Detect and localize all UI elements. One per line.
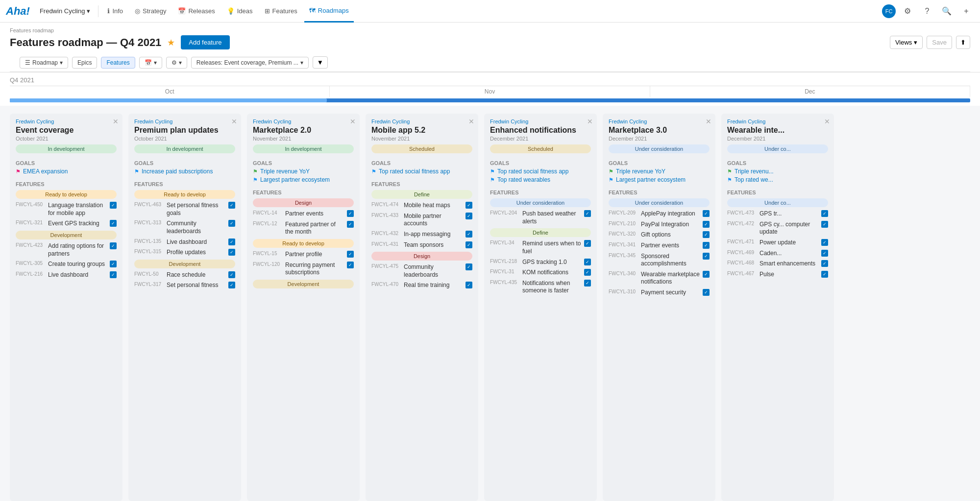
close-icon[interactable]: ✕ [113,118,119,125]
close-icon[interactable]: ✕ [468,118,474,125]
add-feature-button[interactable]: Add feature [181,35,229,49]
feature-name[interactable]: Featured partner of the month [285,221,344,236]
feature-name[interactable]: Smart enhancements [760,260,818,268]
save-button[interactable]: Save [927,36,952,49]
feature-name[interactable]: Profile updates [167,249,225,257]
feature-checkbox[interactable] [110,242,117,249]
feature-checkbox[interactable] [228,249,235,256]
display-settings-button[interactable]: ⚙ ▾ [166,57,187,69]
roadmap-toggle-button[interactable]: ☰ Roadmap ▾ [20,57,68,69]
feature-checkbox[interactable] [466,282,472,288]
feature-name[interactable]: Partner events [641,242,700,250]
feature-name[interactable]: Power update [760,239,818,247]
feature-checkbox[interactable] [466,263,472,270]
add-icon-btn[interactable]: + [958,3,974,19]
close-icon[interactable]: ✕ [587,118,593,125]
feature-checkbox[interactable] [821,250,828,257]
feature-name[interactable]: GPS cy... computer update [760,221,818,236]
feature-name[interactable]: Add rating options for partners [48,242,107,258]
nav-item-ideas[interactable]: 💡 Ideas [222,0,258,23]
feature-checkbox[interactable] [347,210,354,217]
feature-name[interactable]: Gift options [641,231,700,239]
feature-name[interactable]: Mobile partner accounts [404,213,463,228]
feature-checkbox[interactable] [228,271,235,278]
feature-name[interactable]: ApplePay integration [641,210,700,218]
feature-checkbox[interactable] [347,251,354,258]
feature-name[interactable]: Partner profile [285,251,344,259]
feature-name[interactable]: Recurring payment subscriptions [285,262,344,277]
feature-checkbox[interactable] [703,271,710,278]
goal-item[interactable]: ⚑ Largest partner ecosystem [253,176,354,183]
feature-name[interactable]: Team sponsors [404,241,463,249]
feature-checkbox[interactable] [466,213,472,219]
feature-checkbox[interactable] [584,259,591,265]
feature-checkbox[interactable] [703,231,710,238]
goal-item[interactable]: ⚑ Top rated social fitness app [490,168,591,175]
nav-item-strategy[interactable]: ◎ Strategy [130,0,171,23]
nav-item-releases[interactable]: 📅 Releases [173,0,220,23]
feature-checkbox[interactable] [584,240,591,247]
feature-name[interactable]: Remind users when to fuel [522,240,581,255]
feature-name[interactable]: Payment security [641,289,700,297]
feature-name[interactable]: Partner events [285,210,344,218]
feature-checkbox[interactable] [821,210,828,217]
feature-checkbox[interactable] [466,241,472,248]
feature-name[interactable]: Pulse [760,271,818,279]
help-icon-btn[interactable]: ? [919,3,935,19]
workspace-selector[interactable]: Fredwin Cycling ▾ [36,5,94,17]
feature-checkbox[interactable] [821,271,828,278]
feature-checkbox[interactable] [466,231,472,238]
close-icon[interactable]: ✕ [706,118,711,125]
settings-icon-btn[interactable]: ⚙ [900,3,915,19]
feature-checkbox[interactable] [110,261,117,267]
close-icon[interactable]: ✕ [231,118,237,125]
feature-name[interactable]: Set personal fitness [167,282,225,289]
feature-name[interactable]: Sponsored accomplishments [641,253,700,268]
goal-item[interactable]: ⚑ Increase paid subscriptions [134,168,235,175]
feature-name[interactable]: Language translation for mobile app [48,202,107,217]
feature-name[interactable]: Live dashboard [167,239,225,246]
nav-item-features[interactable]: ⊞ Features [260,0,302,23]
feature-name[interactable]: Race schedule [167,271,225,279]
feature-name[interactable]: In-app messaging [404,231,463,239]
search-icon-btn[interactable]: 🔍 [939,3,955,19]
feature-name[interactable]: Live dashboard [48,271,107,279]
feature-name[interactable]: GPS tr... [760,210,818,218]
feature-checkbox[interactable] [228,239,235,245]
feature-checkbox[interactable] [228,202,235,209]
feature-name[interactable]: Event GPS tracking [48,220,107,228]
goal-item[interactable]: ⚑ Triple revenue YoY [609,168,710,175]
feature-checkbox[interactable] [584,280,591,286]
goal-item[interactable]: ⚑ EMEA expansion [16,168,117,175]
feature-name[interactable]: Community leaderboards [404,263,463,279]
nav-item-info[interactable]: ℹ Info [102,0,128,23]
goal-item[interactable]: ⚑ Top rated social fitness app [371,168,472,175]
features-button[interactable]: Features [101,57,135,69]
feature-name[interactable]: Create touring groups [48,261,107,268]
user-avatar[interactable]: FC [882,4,896,18]
releases-filter[interactable]: Releases: Event coverage, Premium ... ▾ [191,57,309,69]
feature-checkbox[interactable] [347,221,354,228]
feature-checkbox[interactable] [703,289,710,296]
feature-name[interactable]: Push based weather alerts [522,210,581,225]
feature-checkbox[interactable] [584,269,591,276]
nav-item-roadmaps[interactable]: 🗺 Roadmaps [304,0,354,23]
views-button[interactable]: Views ▾ [890,36,923,49]
goal-item[interactable]: ⚑ Triple revenu... [727,168,828,175]
feature-checkbox[interactable] [228,220,235,227]
calendar-button[interactable]: 📅 ▾ [139,57,162,69]
feature-checkbox[interactable] [347,262,354,268]
goal-item[interactable]: ⚑ Largest partner ecosystem [609,176,710,183]
feature-checkbox[interactable] [703,221,710,228]
feature-checkbox[interactable] [584,210,591,217]
feature-checkbox[interactable] [110,271,117,278]
feature-name[interactable]: Caden... [760,250,818,258]
feature-checkbox[interactable] [821,221,828,228]
feature-name[interactable]: Community leaderboards [167,220,225,235]
feature-checkbox[interactable] [703,210,710,217]
app-logo[interactable]: Aha! [6,5,30,18]
feature-checkbox[interactable] [821,260,828,267]
epics-button[interactable]: Epics [72,57,97,69]
goal-item[interactable]: ⚑ Top rated wearables [490,176,591,183]
feature-checkbox[interactable] [466,202,472,209]
